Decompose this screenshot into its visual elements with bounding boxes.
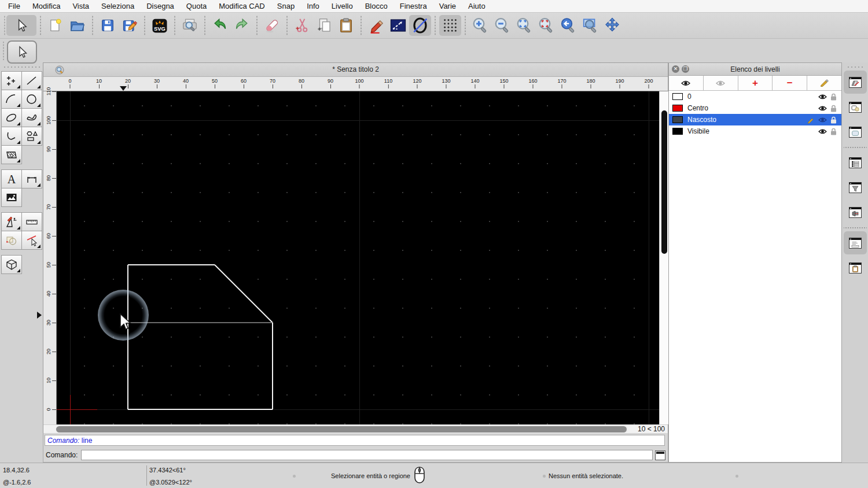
zoom-window-button[interactable] [579,15,601,36]
menu-item-livello[interactable]: Livello [332,2,353,10]
zoom-selection-button[interactable] [535,15,557,36]
solid-3d-tool-button[interactable] [1,255,22,274]
line-preview-button[interactable] [387,15,409,36]
layer-list-dock-button[interactable] [844,71,867,94]
layer-lock-icon[interactable] [830,116,837,124]
undo-button[interactable] [209,15,231,36]
menu-item-finestra[interactable]: Finestra [400,2,427,10]
pan-button[interactable] [601,15,623,36]
line-tool-button[interactable] [21,71,42,90]
redo-button[interactable] [231,15,253,36]
dimension-tool-button[interactable] [21,169,42,188]
menu-item-blocco[interactable]: Blocco [365,2,388,10]
cut-button[interactable] [291,15,313,36]
block-list-dock-button[interactable] [844,95,867,119]
copy-button[interactable] [313,15,335,36]
selbar-handle[interactable] [1,42,5,60]
list-view-dock-button[interactable] [844,151,867,174]
modify-shape-tool-button[interactable] [1,231,22,250]
grid-toggle-button[interactable] [439,15,461,36]
text-tool-button[interactable]: A [1,169,22,188]
image-tool-button[interactable] [1,188,22,207]
menu-item-snap[interactable]: Snap [277,2,295,10]
delete-button[interactable] [261,15,283,36]
filter-dock-button[interactable] [844,176,867,199]
circle-tool-button[interactable] [21,90,42,109]
palette-handle[interactable] [2,65,42,69]
menu-item-disegna[interactable]: Disegna [146,2,174,10]
layer-visibility-icon[interactable] [818,105,827,112]
menu-item-varie[interactable]: Varie [439,2,456,10]
dock-handle[interactable] [845,65,865,69]
h-ruler-tick: 180 [586,78,595,88]
spline-tool-button[interactable] [21,108,42,127]
modify-tool-button[interactable] [1,212,22,231]
menu-item-quota[interactable]: Quota [186,2,207,10]
drawing-canvas[interactable] [57,91,659,424]
menu-item-vista[interactable]: Vista [72,2,89,10]
zoom-in-button[interactable] [469,15,491,36]
v-scrollbar[interactable] [659,91,669,424]
zoom-out-button[interactable] [491,15,513,36]
layer-visibility-icon[interactable] [818,94,827,100]
add-layer-button[interactable]: + [738,76,773,90]
line-preview-icon [389,17,407,34]
save-button[interactable] [97,15,119,36]
clipboard-dock-button[interactable] [844,256,867,279]
explode-tool-button[interactable] [21,231,42,250]
command-input[interactable] [81,450,653,460]
command-dock-toggle-button[interactable] [655,450,665,460]
menu-item-aiuto[interactable]: Aiuto [468,2,486,10]
modify-icon [5,215,19,229]
origin-crosshair-v [70,395,71,424]
menu-item-modifica-cad[interactable]: Modifica CAD [219,2,264,10]
layer-lock-icon[interactable] [830,93,837,101]
print-preview-button[interactable] [179,15,201,36]
menu-item-seleziona[interactable]: Seleziona [101,2,134,10]
paste-button[interactable] [335,15,357,36]
open-file-button[interactable] [67,15,89,36]
remove-layer-button[interactable]: − [773,76,807,90]
hide-all-layers-button[interactable] [704,76,738,90]
zoom-previous-button[interactable] [557,15,579,36]
menu-item-info[interactable]: Info [307,2,319,10]
layer-row-nascosto[interactable]: Nascosto [669,114,841,125]
svg-export-button[interactable]: SVG [149,15,171,36]
layer-lock-icon[interactable] [830,105,837,112]
hatch-tool-button[interactable] [1,145,22,164]
measure-tool-button[interactable] [21,212,42,231]
v-scrollbar-thumb[interactable] [661,110,667,254]
grid-dots-icon [441,16,459,35]
toolbar-handle[interactable] [2,16,6,35]
h-scrollbar[interactable] [56,426,628,432]
command-line-dock-button[interactable] [844,231,867,254]
points-tool-button[interactable] [1,71,22,90]
layer-visibility-icon[interactable] [818,128,827,135]
drawing-window-titlebar[interactable]: * Senza titolo 2 [43,63,668,77]
plugin-dock-button[interactable] [844,201,867,224]
layer-row-visibile[interactable]: Visibile [669,125,841,137]
pen-button[interactable] [365,15,387,36]
layer-lock-icon[interactable] [830,128,837,135]
menu-item-modifica[interactable]: Modifica [32,2,60,10]
layer-edit-pencil-icon[interactable] [807,116,815,124]
show-all-layers-button[interactable] [669,76,704,90]
zoom-auto-button[interactable] [513,15,535,36]
clipboard-dock-icon [849,263,862,273]
arc-tool-button[interactable] [1,90,22,109]
save-as-button[interactable] [119,15,141,36]
library-browser-dock-button[interactable] [844,120,867,143]
menu-item-file[interactable]: File [8,2,20,10]
h-scrollbar-thumb[interactable] [56,426,627,432]
layer-row-centro[interactable]: Centro [669,102,841,114]
edit-layer-button[interactable] [807,76,841,90]
ellipse-tool-button[interactable] [1,108,22,127]
select-tool-button[interactable] [6,15,36,36]
draft-mode-button[interactable] [409,15,431,36]
polygon-tool-button[interactable] [21,127,42,146]
polyline-tool-button[interactable] [1,127,22,146]
new-file-button[interactable] [45,15,67,36]
layer-row-0[interactable]: 0 [669,91,841,102]
selection-toolbar-button[interactable] [7,40,37,64]
layer-visibility-icon[interactable] [818,117,827,123]
